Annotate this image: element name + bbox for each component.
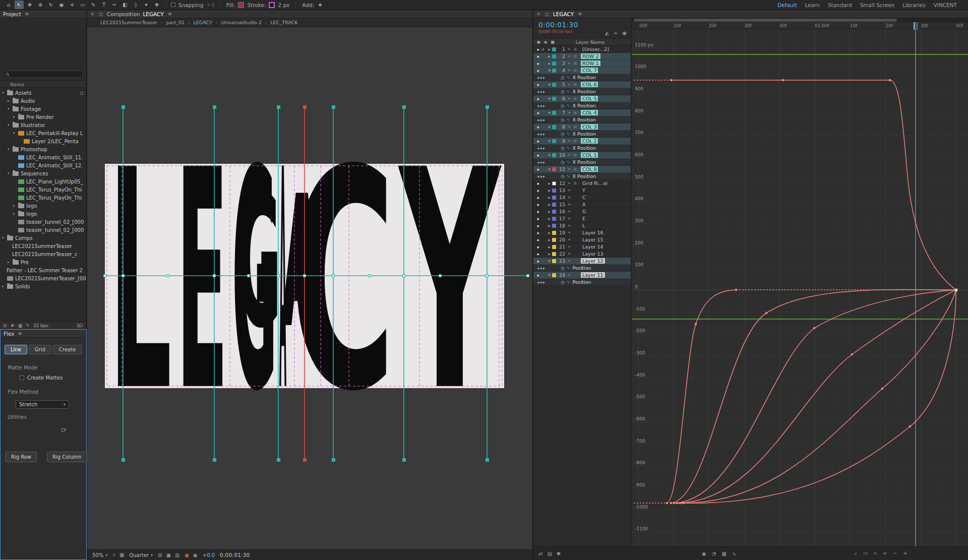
collapse-arrow-icon[interactable]: ▼ <box>547 259 552 263</box>
label-color-chip[interactable] <box>552 47 556 51</box>
property-row[interactable]: ◀ ◆ ▶◷∿Position <box>533 265 631 272</box>
layer-name[interactable]: COL 5 <box>581 96 598 101</box>
pixel-aspect-icon[interactable]: ▥ <box>175 552 179 558</box>
eye-icon[interactable]: ● <box>537 238 539 241</box>
project-item[interactable]: LEC_Torus_PlayOn_Thi <box>0 194 86 202</box>
graph-icon[interactable]: ∿ <box>567 89 570 94</box>
layer-name[interactable]: Layer 12 <box>581 258 605 264</box>
layer-name[interactable]: COL 1 <box>581 152 598 158</box>
eye-icon[interactable]: ● <box>537 245 539 248</box>
label-color-chip[interactable] <box>552 224 556 228</box>
project-item[interactable]: ▾Footage <box>0 105 86 113</box>
project-item[interactable]: ▸Pre <box>0 258 86 266</box>
stopwatch-icon[interactable]: ◷ <box>561 266 565 271</box>
layer-row[interactable]: ●▶3✦ ⊞ROW 1 <box>533 60 631 67</box>
layer-name-header[interactable]: Layer Name <box>576 39 605 45</box>
rig-column-button[interactable]: Rig Column <box>47 452 87 462</box>
interpret-footage-icon[interactable]: ⊟ <box>3 323 7 328</box>
pan-behind-tool[interactable]: ✛ <box>68 1 77 9</box>
zoom-out-icon[interactable]: − <box>893 550 897 556</box>
layer-row[interactable]: ●▶22✦Layer 13 <box>533 251 631 258</box>
label-color-chip[interactable] <box>552 139 556 143</box>
label-color-chip[interactable] <box>552 125 556 129</box>
collapse-arrow-icon[interactable]: ▾ <box>2 91 7 95</box>
project-item[interactable]: LEC2021SummerTeaser_c <box>0 250 86 258</box>
breadcrumb-item[interactable]: UniversalAudio 2 <box>221 20 261 25</box>
collapse-arrow-icon[interactable]: ▾ <box>8 123 12 127</box>
new-folder-icon[interactable]: ❖ <box>11 323 15 328</box>
label-color-chip[interactable] <box>552 217 556 221</box>
graph-icon[interactable]: ∿ <box>567 132 570 136</box>
collapse-arrow-icon[interactable]: ▾ <box>8 171 12 175</box>
eye-icon[interactable]: ● <box>537 83 539 86</box>
type-tool[interactable]: T <box>99 1 108 9</box>
new-composition-icon[interactable]: ▦ <box>18 323 23 328</box>
position-curves[interactable] <box>634 80 956 503</box>
project-item[interactable]: ▾Illustrator <box>0 121 86 129</box>
layer-name[interactable]: ROW 1 <box>581 60 600 66</box>
exposure-value[interactable]: +0.0 <box>203 552 215 558</box>
composition-tab-name[interactable]: LEGACY <box>143 11 163 17</box>
layer-name[interactable]: C <box>581 195 587 200</box>
layer-switches[interactable]: ✦ <box>568 217 581 221</box>
close-icon[interactable]: × <box>536 11 540 17</box>
graph-icon[interactable]: ∿ <box>567 266 570 270</box>
project-item[interactable]: LEC_Torus_PlayOn_Thi <box>0 185 86 194</box>
layer-name[interactable]: COL 6 <box>581 82 598 87</box>
eye-icon[interactable]: ● <box>537 140 539 143</box>
eye-icon[interactable]: ● <box>537 182 539 185</box>
eye-icon[interactable]: ● <box>537 69 539 72</box>
label-color-chip[interactable] <box>552 69 556 73</box>
rig-row-button[interactable]: Rig Row <box>6 452 37 462</box>
layer-row[interactable]: ●▼24✦Layer 11 <box>533 272 631 279</box>
stopwatch-icon[interactable]: ◷ <box>561 132 565 137</box>
layer-switches[interactable]: ✦ <box>568 252 581 256</box>
collapse-arrow-icon[interactable]: ▼ <box>547 273 552 277</box>
layer-row[interactable]: ●▼9✦ ⊞COL 2 <box>533 138 631 145</box>
stopwatch-icon[interactable]: ◷ <box>561 103 565 108</box>
project-item[interactable]: ▸Pre Render <box>0 113 86 121</box>
stroke-color-swatch[interactable] <box>269 2 275 8</box>
camera-tool[interactable]: ◉ <box>57 1 66 9</box>
property-row[interactable]: ◀ ◆ ▶◷∿X Position <box>533 116 631 123</box>
expand-arrow-icon[interactable]: ▶ <box>547 238 552 241</box>
expand-arrow-icon[interactable]: ▸ <box>2 284 7 288</box>
project-item[interactable]: LEC2021SummerTeaser_[0000 <box>0 274 86 282</box>
layer-row[interactable]: ●▼4✦ ⊞COL 7 <box>533 67 631 74</box>
project-item[interactable]: ▸logo <box>0 202 86 210</box>
keyframe-nav-icons[interactable]: ◀ ◆ ▶ <box>533 90 549 93</box>
collapse-arrow-icon[interactable]: ▼ <box>547 69 552 72</box>
expand-arrow-icon[interactable]: ▸ <box>8 99 12 103</box>
collapse-arrow-icon[interactable]: ▾ <box>13 131 18 135</box>
eye-icon[interactable]: ● <box>537 126 539 129</box>
keyframe-nav-icons[interactable]: ◀ ◆ ▶ <box>533 104 549 107</box>
layer-switches[interactable]: ✦ ⊞ <box>568 153 581 157</box>
layer-row[interactable]: ●▶21✦Layer 14 <box>533 243 631 251</box>
audio-icon[interactable]: ◁) <box>540 47 544 51</box>
label-color-chip[interactable] <box>552 167 556 171</box>
eye-icon[interactable]: ● <box>537 111 539 114</box>
keyframe-nav-icons[interactable]: ◀ ◆ ▶ <box>533 175 549 178</box>
label-color-chip[interactable] <box>552 210 556 214</box>
workspace-default[interactable]: Default <box>777 2 797 8</box>
label-color-chip[interactable] <box>552 231 556 235</box>
breadcrumb-item[interactable]: LEC2021SummerTeaser <box>100 20 157 25</box>
resolution-select[interactable]: Quarter ▾ <box>129 552 153 558</box>
layer-switches[interactable]: ✦ ⊞ <box>568 97 581 101</box>
eye-icon[interactable]: ● <box>537 189 539 192</box>
collapse-arrow-icon[interactable]: ▼ <box>547 167 552 171</box>
layer-name[interactable]: Grid Ri...ol <box>581 180 609 186</box>
expand-arrow-icon[interactable]: ▸ <box>13 204 18 208</box>
time-navigator-bar[interactable] <box>634 19 897 22</box>
separate-dimensions-icon[interactable]: ⌗ <box>874 550 877 556</box>
project-item[interactable]: LEC_Animatic_Still_11. <box>0 153 86 161</box>
project-item[interactable]: ▾Assets◫ <box>0 89 86 97</box>
expand-arrow-icon[interactable]: ▸ <box>13 212 18 216</box>
eye-icon[interactable]: ● <box>537 203 539 206</box>
show-transform-box-icon[interactable]: ▦ <box>721 551 726 556</box>
label-color-chip[interactable] <box>552 97 556 101</box>
eye-icon[interactable]: ● <box>537 224 539 227</box>
workspace-vincent[interactable]: VINCENT <box>934 2 957 8</box>
project-item[interactable]: ▾LEC_Pentakill-Replay L <box>0 129 86 137</box>
label-color-chip[interactable] <box>552 259 556 263</box>
